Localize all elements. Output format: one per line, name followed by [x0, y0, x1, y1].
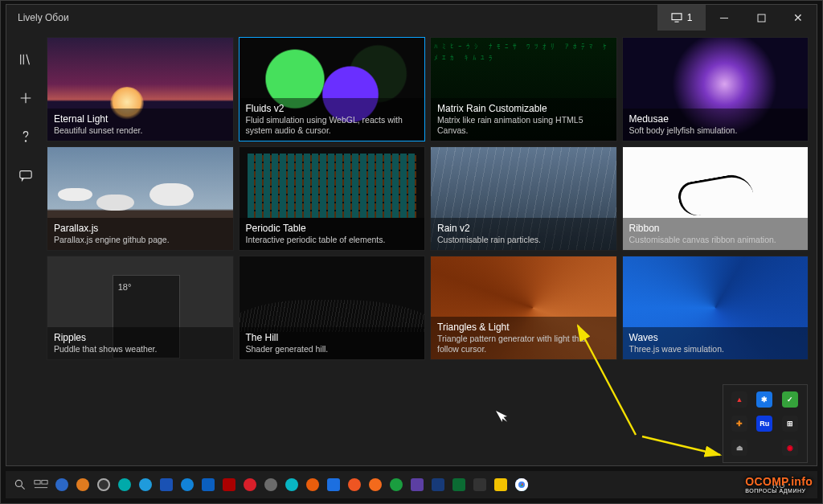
- tray-lively[interactable]: ◉: [782, 440, 798, 456]
- wallpaper-tile[interactable]: RipplesPuddle that shows weather.: [47, 256, 234, 360]
- wallpaper-caption: WavesThree.js wave simulation.: [623, 327, 809, 359]
- maximize-button[interactable]: [743, 5, 780, 31]
- wallpaper-title: Matrix Rain Customizable: [437, 103, 610, 114]
- wallpaper-desc: Three.js wave simulation.: [629, 344, 802, 354]
- tray-ru[interactable]: Ru: [756, 416, 772, 432]
- wallpaper-caption: MedusaeSoft body jellyfish simulation.: [623, 109, 809, 141]
- svg-rect-7: [35, 481, 40, 485]
- task-view-icon[interactable]: [33, 477, 49, 493]
- taskbar-app-edge[interactable]: [179, 477, 195, 493]
- wallpaper-title: Medusae: [629, 113, 802, 125]
- wallpaper-title: Waves: [629, 332, 802, 343]
- taskbar[interactable]: RU ˄: [6, 471, 817, 498]
- monitor-number: 1: [687, 12, 693, 23]
- wallpaper-title: Ripples: [54, 332, 227, 343]
- wallpaper-desc: Beautiful sunset render.: [54, 125, 227, 136]
- taskbar-app-notes[interactable]: [493, 477, 509, 493]
- wallpaper-caption: Parallax.jsParallax.js engine github pag…: [47, 218, 233, 250]
- taskbar-app-app-grey-dot[interactable]: [263, 477, 279, 493]
- wallpaper-caption: Fluids v2Fluid simulation using WebGL, r…: [240, 98, 425, 141]
- wallpaper-desc: Shader generated hill.: [246, 344, 419, 354]
- wallpaper-caption: Rain v2Customisable rain particles.: [431, 218, 616, 250]
- taskbar-app-word[interactable]: [430, 477, 446, 493]
- wallpaper-tile[interactable]: Rain v2Customisable rain particles.: [430, 146, 617, 251]
- taskbar-app-app-down-arrow[interactable]: [117, 477, 133, 493]
- wallpaper-title: Triangles & Light: [437, 322, 610, 333]
- tray-a[interactable]: ▲: [731, 391, 747, 408]
- lively-window: Lively Обои 1 ─ ✕ Eternal LightBea: [6, 4, 817, 466]
- wallpaper-tile[interactable]: RibbonCustomisable canvas ribbon animati…: [622, 146, 809, 251]
- wallpaper-tile[interactable]: Fluids v2Fluid simulation using WebGL, r…: [239, 37, 426, 141]
- wallpaper-caption: Triangles & LightTriangle pattern genera…: [431, 317, 616, 359]
- wallpaper-caption: RipplesPuddle that shows weather.: [47, 327, 233, 359]
- taskbar-app-calc[interactable]: [472, 477, 488, 493]
- wallpaper-caption: Periodic TableInteractive periodic table…: [240, 218, 425, 250]
- sidebar: [6, 31, 45, 465]
- taskbar-app-app-purple[interactable]: [409, 477, 425, 493]
- chat-icon[interactable]: [16, 166, 35, 185]
- taskbar-app-app-blue-square[interactable]: [158, 477, 174, 493]
- minimize-button[interactable]: ─: [706, 5, 743, 31]
- library-icon[interactable]: [16, 50, 35, 69]
- wallpaper-tile[interactable]: Periodic TableInteractive periodic table…: [239, 146, 426, 251]
- taskbar-app-opera[interactable]: [242, 477, 258, 493]
- taskbar-app-firefox[interactable]: [367, 477, 383, 493]
- tray-av[interactable]: ✚: [731, 416, 747, 432]
- tray-bluetooth[interactable]: ✱: [756, 391, 772, 408]
- wallpaper-title: The Hill: [246, 332, 419, 343]
- taskbar-app-app-window[interactable]: [326, 477, 342, 493]
- wallpaper-desc: Matrix like rain animation using HTML5 C…: [437, 115, 610, 136]
- taskbar-app-lively-tray[interactable]: [514, 477, 530, 493]
- wallpaper-tile[interactable]: Triangles & LightTriangle pattern genera…: [430, 256, 617, 360]
- wallpaper-tile[interactable]: Eternal LightBeautiful sunset render.: [47, 37, 234, 141]
- svg-line-6: [22, 486, 25, 490]
- taskbar-app-yandex[interactable]: [346, 477, 362, 493]
- taskbar-app-app-cyan-dl[interactable]: [284, 477, 300, 493]
- wallpaper-title: Fluids v2: [246, 103, 419, 114]
- wallpaper-caption: The HillShader generated hill.: [240, 327, 425, 359]
- wallpaper-tile[interactable]: WavesThree.js wave simulation.: [622, 256, 809, 360]
- search-icon[interactable]: [12, 477, 28, 493]
- wallpaper-tile[interactable]: The HillShader generated hill.: [239, 256, 426, 360]
- help-icon[interactable]: [16, 127, 35, 146]
- taskbar-app-vlc[interactable]: [305, 477, 321, 493]
- taskbar-app-app-orange-hex[interactable]: [75, 477, 91, 493]
- wallpaper-desc: Fluid simulation using WebGL, reacts wit…: [246, 115, 419, 136]
- taskbar-app-filezilla[interactable]: [221, 477, 237, 493]
- taskbar-app-app-target[interactable]: [96, 477, 112, 493]
- wallpaper-caption: Eternal LightBeautiful sunset render.: [47, 109, 233, 141]
- wallpaper-tile[interactable]: Matrix Rain CustomizableMatrix like rain…: [430, 37, 617, 141]
- svg-point-3: [25, 141, 26, 141]
- wallpaper-title: Parallax.js: [54, 223, 227, 234]
- monitor-selector[interactable]: 1: [657, 5, 706, 31]
- wallpaper-desc: Parallax.js engine github page.: [54, 235, 227, 245]
- wallpaper-title: Ribbon: [629, 223, 802, 234]
- tray-win[interactable]: ⊞: [782, 416, 798, 432]
- svg-rect-4: [20, 171, 31, 178]
- wallpaper-desc: Customisable rain particles.: [437, 235, 610, 245]
- plus-icon[interactable]: [16, 88, 35, 108]
- close-button[interactable]: ✕: [780, 5, 817, 31]
- taskbar-app-excel[interactable]: [451, 477, 467, 493]
- wallpaper-desc: Puddle that shows weather.: [54, 344, 227, 354]
- wallpaper-tile[interactable]: Parallax.jsParallax.js engine github pag…: [47, 146, 234, 251]
- monitor-icon: [671, 13, 682, 23]
- tray-ok[interactable]: ✓: [782, 391, 798, 408]
- svg-rect-2: [758, 14, 765, 22]
- wallpaper-title: Eternal Light: [54, 113, 227, 125]
- taskbar-app-telegram[interactable]: [137, 477, 154, 493]
- taskbar-app-app-save-disk[interactable]: [200, 477, 216, 493]
- tray-eject[interactable]: ⏏: [731, 440, 747, 456]
- desktop: Lively Обои 1 ─ ✕ Eternal LightBea: [0, 0, 823, 504]
- taskbar-app-qbittorrent[interactable]: [54, 477, 70, 493]
- wallpaper-caption: RibbonCustomisable canvas ribbon animati…: [623, 218, 809, 250]
- app-title: Lively Обои: [6, 12, 657, 23]
- wallpaper-desc: Interactive periodic table of elements.: [246, 235, 419, 245]
- wallpaper-title: Periodic Table: [246, 223, 419, 234]
- wallpaper-tile[interactable]: MedusaeSoft body jellyfish simulation.: [622, 37, 809, 141]
- wallpaper-grid: Eternal LightBeautiful sunset render.Flu…: [45, 31, 817, 465]
- titlebar[interactable]: Lively Обои 1 ─ ✕: [6, 5, 817, 31]
- taskbar-app-chrome[interactable]: [388, 477, 404, 493]
- wallpaper-desc: Triangle pattern generator with light th…: [437, 334, 610, 354]
- system-tray-flyout[interactable]: ▲✱✓✚Ru⊞⏏◉: [723, 384, 808, 463]
